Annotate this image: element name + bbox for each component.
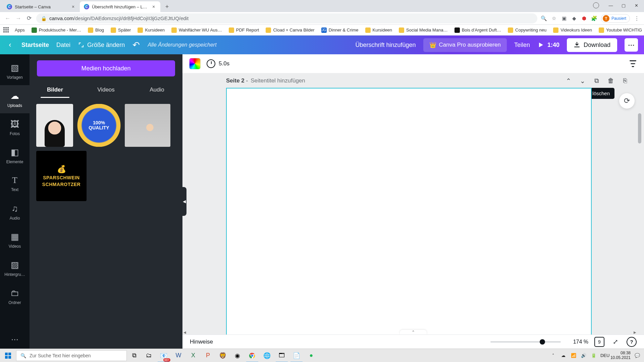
bookmark-item[interactable]: Copywriting neu	[505, 26, 549, 34]
regenerate-button[interactable]: ⟳	[619, 93, 635, 109]
minimize-button[interactable]: —	[605, 1, 616, 9]
page-title-input[interactable]: Seitentitel hinzufügen	[251, 77, 305, 84]
upload-thumbnail[interactable]	[125, 104, 170, 147]
taskbar-app-spotify[interactable]: ●	[304, 349, 319, 362]
extensions-menu-icon[interactable]: 🧩	[591, 15, 598, 22]
maximize-button[interactable]: ▢	[618, 1, 629, 9]
bookmark-item[interactable]: Kursideen	[135, 26, 167, 34]
account-icon[interactable]	[593, 2, 599, 8]
tray-wifi-icon[interactable]: 📶	[570, 353, 577, 358]
bookmark-item[interactable]: PDF Report	[226, 26, 262, 34]
present-button[interactable]: 1:40	[537, 42, 559, 49]
upload-thumbnail[interactable]: 💰 SPARSCHWEIN SCHMAROTZER	[36, 151, 87, 201]
bookmark-item[interactable]: Kursideen	[363, 26, 395, 34]
taskbar-app-powerpoint[interactable]: P	[201, 349, 215, 362]
upload-thumbnail[interactable]	[36, 104, 73, 147]
taskbar-app-obs[interactable]: ◉	[230, 349, 245, 362]
help-icon[interactable]: ?	[627, 337, 637, 347]
download-button[interactable]: Download	[567, 38, 617, 52]
browser-menu-icon[interactable]: ⋮	[633, 15, 640, 22]
rail-templates[interactable]: ▧Vorlagen	[0, 57, 30, 85]
back-button[interactable]: ←	[4, 15, 11, 22]
duplicate-page-icon[interactable]: ⧉	[591, 75, 602, 86]
tray-battery-icon[interactable]: 🔋	[590, 353, 597, 358]
zoom-slider[interactable]	[490, 341, 561, 343]
bookmark-star-icon[interactable]: ☆	[551, 15, 557, 22]
rail-audio[interactable]: ♫Audio	[0, 198, 30, 226]
taskbar-app-mail[interactable]: 📧99+	[156, 349, 171, 362]
zoom-slider-knob[interactable]	[540, 339, 545, 345]
bookmark-item[interactable]: Wahlfächer WU Aus…	[169, 26, 225, 34]
bookmark-item[interactable]: Bois d'Argent Duft…	[452, 26, 504, 34]
rail-videos[interactable]: ▦Videos	[0, 226, 30, 254]
bookmark-apps[interactable]: Apps	[12, 26, 28, 34]
pages-drawer-handle[interactable]: ⌃	[400, 330, 427, 335]
rail-elements[interactable]: ◧Elemente	[0, 141, 30, 170]
delete-page-icon[interactable]: 🗑	[605, 75, 616, 86]
rail-uploads[interactable]: ☁Uploads	[0, 85, 30, 113]
taskbar-app-notepad[interactable]: 📄	[289, 349, 304, 362]
file-menu[interactable]: Datei	[56, 42, 70, 49]
new-tab-button[interactable]: +	[162, 2, 172, 11]
rail-folders[interactable]: 🗀Ordner	[0, 282, 30, 310]
undo-icon[interactable]: ↶	[132, 41, 140, 49]
bookmark-item[interactable]: Social Media Mana…	[396, 26, 450, 34]
close-icon[interactable]: ×	[151, 4, 156, 9]
more-menu-button[interactable]: ⋯	[625, 38, 638, 52]
tab-videos[interactable]: Videos	[80, 82, 131, 98]
taskbar-app-excel[interactable]: X	[186, 349, 201, 362]
scroll-right-icon[interactable]: ▶	[633, 330, 637, 335]
extension-icon[interactable]: ◆	[571, 15, 578, 22]
animate-icon[interactable]	[629, 59, 637, 68]
tray-clock[interactable]: 08:3810.05.2021	[610, 351, 631, 360]
close-window-button[interactable]: ✕	[631, 1, 642, 9]
tab-audio[interactable]: Audio	[131, 82, 182, 98]
bookmark-item[interactable]: Cload + Canva Bilder	[263, 26, 317, 34]
rail-more-icon[interactable]: ⋯	[11, 335, 18, 344]
page-duration-button[interactable]: 5.0s	[207, 59, 229, 68]
rail-text[interactable]: TText	[0, 170, 30, 198]
apps-grid-icon[interactable]	[3, 27, 9, 33]
rail-background[interactable]: ▨Hintergru…	[0, 254, 30, 282]
upload-media-button[interactable]: Medien hochladen	[37, 60, 175, 76]
reload-button[interactable]: ⟳	[25, 15, 33, 22]
rail-photos[interactable]: 🖼Fotos	[0, 113, 30, 141]
zoom-icon[interactable]: 🔍	[541, 15, 547, 22]
taskbar-app-word[interactable]: W	[171, 349, 186, 362]
bookmark-item[interactable]: Produktsuche - Mer…	[29, 26, 84, 34]
resize-menu[interactable]: Größe ändern	[78, 42, 125, 49]
browser-tab[interactable]: C Startseite – Canva ×	[3, 1, 80, 12]
fullscreen-icon[interactable]: ⤢	[610, 337, 621, 347]
profile-chip[interactable]: T Pausiert	[601, 14, 630, 23]
tray-chevron-icon[interactable]: ˄	[550, 353, 557, 358]
notes-button[interactable]: Hinweise	[190, 339, 213, 345]
browser-tab[interactable]: C Überschrift hinzufügen – Logo ×	[80, 1, 160, 12]
back-home-icon[interactable]: ‹	[6, 41, 14, 49]
page-count-button[interactable]: 9	[594, 337, 604, 347]
taskbar-app-explorer[interactable]: 🗂	[142, 349, 156, 362]
close-icon[interactable]: ×	[70, 4, 76, 9]
tab-images[interactable]: Bilder	[30, 82, 80, 98]
home-link[interactable]: Startseite	[21, 42, 49, 49]
background-color-picker[interactable]	[189, 58, 201, 69]
qr-icon[interactable]: ▣	[561, 15, 568, 22]
taskbar-search-input[interactable]: 🔍 Zur Suche Text hier eingeben	[16, 350, 127, 361]
design-title[interactable]: Überschrift hinzufügen	[355, 42, 416, 49]
taskbar-app-edge[interactable]: 🌐	[260, 349, 274, 362]
page-down-icon[interactable]: ⌄	[577, 75, 588, 86]
bookmark-item[interactable]: Blog	[85, 26, 107, 34]
scroll-left-icon[interactable]: ◀	[182, 330, 187, 335]
bookmark-item[interactable]: Videokurs Ideen	[550, 26, 595, 34]
tray-volume-icon[interactable]: 🔊	[580, 353, 587, 358]
taskbar-app-chrome[interactable]	[245, 349, 260, 362]
upload-thumbnail[interactable]: 100%QUALITY	[77, 104, 121, 147]
taskbar-app-generic[interactable]: 🗔	[274, 349, 289, 362]
design-canvas[interactable]	[226, 88, 592, 335]
vertical-scrollbar[interactable]	[637, 73, 642, 335]
share-button[interactable]: Teilen	[514, 42, 530, 49]
tray-onedrive-icon[interactable]: ☁	[560, 353, 567, 358]
adblock-icon[interactable]: ⬢	[581, 15, 588, 22]
url-input[interactable]: 🔒 canva.com/design/DAEdomzscjI/drBfjHdCo…	[36, 13, 537, 23]
forward-button[interactable]: →	[15, 15, 22, 22]
bookmark-item[interactable]: JGDinner & Crime	[319, 26, 361, 34]
